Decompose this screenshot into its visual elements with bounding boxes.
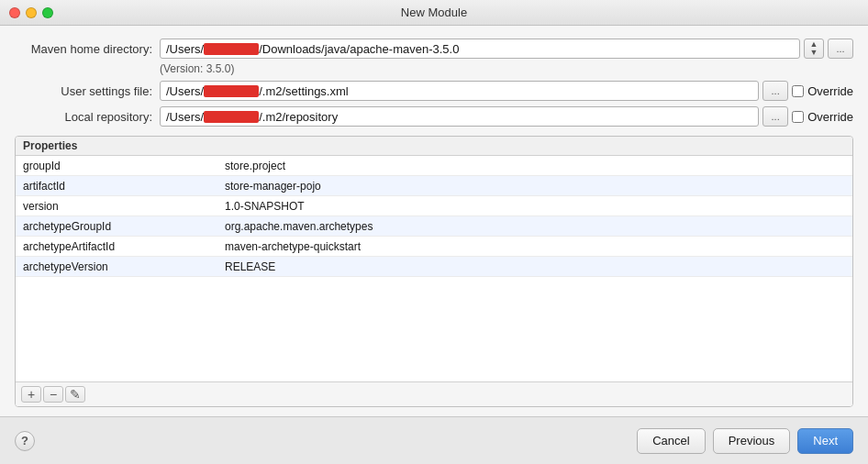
- local-repo-row: Local repository: /Users/ /.m2/repositor…: [15, 106, 853, 127]
- footer-right: Cancel Previous Next: [637, 428, 853, 454]
- prop-value: maven-archetype-quickstart: [217, 240, 852, 253]
- local-repo-redacted: [204, 111, 259, 123]
- table-row[interactable]: archetypeGroupIdorg.apache.maven.archety…: [16, 216, 852, 237]
- maven-home-input[interactable]: /Users/ /Downloads/java/apache-maven-3.5…: [160, 39, 800, 59]
- table-row[interactable]: archetypeArtifactIdmaven-archetype-quick…: [16, 237, 852, 257]
- user-settings-redacted: [204, 85, 259, 97]
- local-repo-input[interactable]: /Users/ /.m2/repository: [160, 106, 759, 127]
- prop-key: groupId: [16, 160, 217, 172]
- user-settings-input[interactable]: /Users/ /.m2/settings.xml: [160, 81, 759, 101]
- version-note: (Version: 3.5.0): [15, 62, 853, 75]
- prop-value: org.apache.maven.archetypes: [217, 220, 852, 233]
- user-settings-text-suffix: /.m2/settings.xml: [259, 84, 349, 98]
- local-repo-override-label: Override: [807, 110, 853, 124]
- prop-key: archetypeVersion: [16, 260, 217, 273]
- title-bar: New Module: [0, 0, 868, 26]
- prop-value: store.project: [217, 160, 852, 172]
- local-repo-text-prefix: /Users/: [166, 110, 204, 124]
- help-button[interactable]: ?: [15, 431, 35, 451]
- properties-table: groupIdstore.projectartifactIdstore-mana…: [16, 156, 852, 381]
- local-repo-input-wrap: /Users/ /.m2/repository ... Override: [160, 106, 853, 127]
- user-settings-label: User settings file:: [15, 84, 152, 98]
- user-settings-text-prefix: /Users/: [166, 84, 204, 98]
- prop-value: 1.0-SNAPSHOT: [217, 200, 852, 213]
- prop-value: store-manager-pojo: [217, 180, 852, 193]
- dialog-footer: ? Cancel Previous Next: [0, 416, 868, 464]
- maven-home-row: Maven home directory: /Users/ /Downloads…: [15, 39, 853, 59]
- table-row[interactable]: archetypeVersionRELEASE: [16, 257, 852, 277]
- maven-home-spinner[interactable]: ▲ ▼: [804, 39, 824, 59]
- user-settings-override-label: Override: [807, 84, 853, 98]
- local-repo-text-suffix: /.m2/repository: [259, 110, 338, 124]
- properties-section: Properties groupIdstore.projectartifactI…: [15, 136, 853, 407]
- properties-header: Properties: [16, 137, 852, 156]
- prop-key: artifactId: [16, 180, 217, 193]
- user-settings-override-checkbox[interactable]: [792, 85, 804, 97]
- table-row[interactable]: version1.0-SNAPSHOT: [16, 196, 852, 216]
- footer-left: ?: [15, 431, 35, 451]
- maven-home-text-suffix: /Downloads/java/apache-maven-3.5.0: [259, 42, 459, 56]
- window-title: New Module: [401, 6, 467, 19]
- cancel-button[interactable]: Cancel: [637, 428, 705, 454]
- user-settings-input-wrap: /Users/ /.m2/settings.xml ... Override: [160, 81, 853, 101]
- local-repo-override-checkbox[interactable]: [792, 111, 804, 123]
- maven-home-input-wrap: /Users/ /Downloads/java/apache-maven-3.5…: [160, 39, 853, 59]
- next-button[interactable]: Next: [797, 428, 853, 454]
- user-settings-row: User settings file: /Users/ /.m2/setting…: [15, 81, 853, 101]
- minimize-button[interactable]: [26, 7, 37, 18]
- properties-toolbar: + − ✎: [16, 381, 852, 406]
- table-row[interactable]: groupIdstore.project: [16, 156, 852, 176]
- maven-home-label: Maven home directory:: [15, 42, 152, 56]
- maven-home-text-prefix: /Users/: [166, 42, 204, 56]
- maven-home-redacted: [204, 43, 259, 55]
- window-controls[interactable]: [9, 7, 53, 18]
- add-icon: +: [28, 388, 35, 401]
- add-property-button[interactable]: +: [21, 386, 41, 403]
- local-repo-override-wrap: Override: [792, 110, 853, 124]
- browse-icon: ...: [836, 43, 844, 54]
- remove-icon: −: [50, 388, 57, 401]
- user-settings-override-wrap: Override: [792, 84, 853, 98]
- prop-value: RELEASE: [217, 260, 852, 273]
- prop-key: archetypeGroupId: [16, 220, 217, 233]
- table-row[interactable]: artifactIdstore-manager-pojo: [16, 176, 852, 196]
- prop-key: archetypeArtifactId: [16, 240, 217, 253]
- edit-property-button[interactable]: ✎: [65, 386, 85, 403]
- dialog-body: Maven home directory: /Users/ /Downloads…: [0, 26, 868, 416]
- previous-button[interactable]: Previous: [713, 428, 791, 454]
- local-repo-browse-btn[interactable]: ...: [762, 106, 788, 127]
- help-icon: ?: [21, 434, 28, 447]
- maximize-button[interactable]: [42, 7, 53, 18]
- maven-home-browse-btn[interactable]: ...: [828, 39, 853, 59]
- browse-icon-2: ...: [772, 85, 780, 96]
- browse-icon-3: ...: [772, 111, 780, 122]
- user-settings-browse-btn[interactable]: ...: [762, 81, 788, 101]
- prop-key: version: [16, 200, 217, 213]
- local-repo-label: Local repository:: [15, 110, 152, 124]
- remove-property-button[interactable]: −: [43, 386, 63, 403]
- edit-icon: ✎: [70, 388, 81, 401]
- close-button[interactable]: [9, 7, 20, 18]
